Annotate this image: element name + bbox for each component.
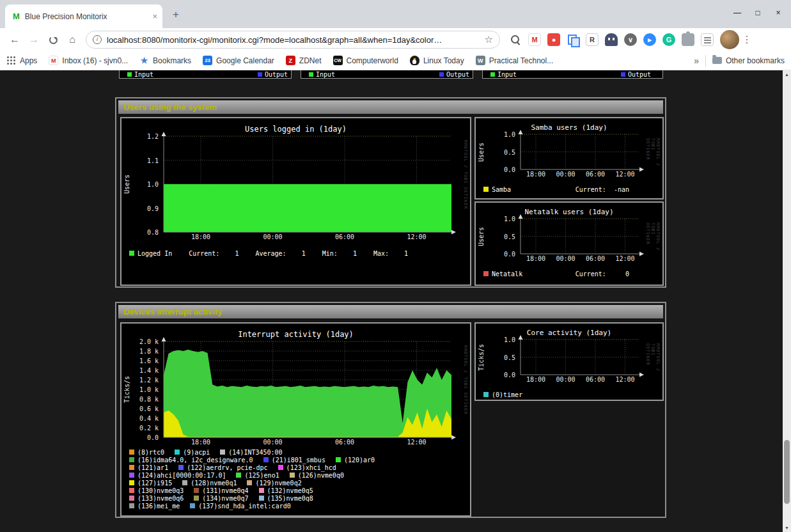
x-tick-label: 00:00 bbox=[552, 255, 578, 262]
legend-swatch bbox=[129, 496, 134, 501]
legend-label: (8)rtc0 bbox=[137, 449, 164, 456]
legend-label: Netatalk bbox=[492, 270, 522, 278]
legend-label: Output bbox=[265, 71, 288, 78]
address-bar[interactable]: i localhost:8080/monitorix-cgi/monitorix… bbox=[86, 31, 500, 49]
legend-swatch bbox=[129, 251, 134, 256]
bookmarks-overflow-chevron[interactable]: » bbox=[694, 56, 699, 66]
grammarly-extension-icon[interactable]: G bbox=[662, 33, 675, 46]
chart-legend: NetatalkCurrent: 0 bbox=[483, 270, 657, 278]
legend-label: Logged In bbox=[137, 250, 172, 257]
scroll-up-arrow[interactable]: ▲ bbox=[783, 70, 791, 79]
legend-swatch bbox=[129, 450, 134, 455]
chart-plot-area bbox=[521, 219, 639, 254]
y-tick-label: 1.0 bbox=[476, 216, 515, 222]
x-tick-label: 12:00 bbox=[612, 255, 638, 262]
copy-pages-extension-icon[interactable] bbox=[567, 33, 579, 46]
playlist-extension-icon[interactable] bbox=[701, 33, 714, 46]
page-scrollbar[interactable]: ▲ ▼ bbox=[783, 70, 791, 532]
bookmark-label: Bookmarks bbox=[153, 56, 191, 65]
zoom-extension-icon[interactable]: ▸ bbox=[643, 33, 656, 46]
back-button[interactable]: ← bbox=[5, 30, 24, 49]
profile-avatar[interactable] bbox=[720, 30, 739, 49]
ghostery-extension-icon[interactable] bbox=[605, 33, 618, 46]
y-tick-label: 1.8 k bbox=[121, 348, 159, 354]
legend-label: Samba bbox=[492, 186, 511, 193]
chrome-menu-icon[interactable]: ⋮ bbox=[739, 34, 755, 45]
x-tick-label: 18:00 bbox=[523, 171, 549, 178]
legend-label: (21)i801_smbus bbox=[272, 457, 325, 464]
legend-label: Output bbox=[446, 71, 469, 78]
legend-item: (135)nvme0q8 bbox=[259, 495, 313, 502]
y-tick-label: 1.6 k bbox=[121, 358, 159, 364]
bookmark-item[interactable]: Apps bbox=[6, 56, 37, 65]
chart-title: Interrupt activity (1day) bbox=[121, 330, 470, 339]
legend-item: Current: 1 bbox=[189, 250, 239, 257]
x-tick-label: 00:00 bbox=[260, 233, 286, 240]
legend-item: (121)ar1 bbox=[129, 464, 168, 471]
bookmark-item[interactable]: 23Google Calendar bbox=[203, 56, 274, 65]
reader-extension-icon[interactable]: R bbox=[586, 33, 599, 46]
bookmark-star-icon[interactable]: ☆ bbox=[485, 34, 493, 45]
x-tick-label: 18:00 bbox=[523, 255, 549, 262]
legend-item: Samba bbox=[483, 186, 511, 193]
bookmark-item[interactable]: WPractical Technol... bbox=[476, 56, 554, 65]
bookmarks-bar: AppsMInbox (16) - sjvn0...★Bookmarks23Go… bbox=[0, 51, 791, 70]
legend-item: (14)INT3450:00 bbox=[220, 449, 282, 456]
legend-swatch bbox=[236, 473, 241, 478]
pin-extension-icon[interactable]: ● bbox=[547, 33, 560, 46]
legend-swatch bbox=[129, 503, 134, 508]
legend-item: (0)timer bbox=[483, 391, 522, 398]
bookmark-item[interactable]: ZZDNet bbox=[286, 56, 322, 65]
legend-row: (0)timer bbox=[483, 391, 657, 398]
gmail-extension-icon[interactable]: M bbox=[528, 33, 541, 46]
window-minimize-button[interactable]: — bbox=[727, 4, 748, 22]
legend-item: (124)ahci[0000:00:17.0] bbox=[129, 472, 226, 479]
extensions-puzzle-icon[interactable] bbox=[682, 33, 694, 46]
forward-button[interactable]: → bbox=[24, 30, 43, 49]
legend-label: (137)snd_hda_intel:card0 bbox=[198, 503, 291, 510]
apps-grid-favicon-icon bbox=[6, 56, 16, 65]
bookmark-item[interactable]: Linux Today bbox=[410, 56, 464, 65]
wordpress-favicon-icon: W bbox=[476, 56, 485, 65]
tab-close-icon[interactable]: × bbox=[152, 12, 157, 21]
bookmark-item[interactable]: CWComputerworld bbox=[333, 56, 398, 65]
x-tick-label: 12:00 bbox=[404, 233, 430, 240]
bookmark-item[interactable]: ★Bookmarks bbox=[139, 56, 191, 65]
legend-label: (121)ar1 bbox=[137, 464, 168, 471]
legend-item: Max: 1 bbox=[373, 250, 408, 257]
legend-swatch bbox=[129, 488, 134, 493]
legend-label: (135)nvme0q8 bbox=[267, 495, 313, 502]
window-maximize-button[interactable]: □ bbox=[748, 4, 768, 22]
legend-swatch bbox=[483, 271, 489, 276]
y-tick-label: 1.0 bbox=[476, 132, 515, 137]
other-bookmarks[interactable]: Other bookmarks bbox=[712, 56, 785, 65]
chart-legend: (0)timer bbox=[483, 391, 657, 398]
bookmark-item[interactable]: MInbox (16) - sjvn0... bbox=[49, 56, 128, 65]
netatalk-users-graph: Netatalk users (1day)Users0.00.51.0RRDTO… bbox=[474, 201, 664, 286]
pocket-extension-icon[interactable]: ∨ bbox=[624, 33, 637, 46]
page-info-icon[interactable]: i bbox=[93, 35, 102, 44]
home-button[interactable]: ⌂ bbox=[63, 30, 82, 49]
bookmarks-right: » Other bookmarks bbox=[694, 55, 785, 66]
search-extension-icon[interactable] bbox=[509, 33, 522, 46]
window-close-button[interactable]: × bbox=[768, 4, 788, 22]
legend-item: Current: 0 bbox=[576, 270, 629, 278]
legend-row: Logged InCurrent: 1Average: 1Min: 1Max: … bbox=[129, 249, 465, 257]
y-tick-label: 0.6 k bbox=[121, 406, 159, 412]
legend-item: (16)idma64.0, i2c_designware.0 bbox=[129, 457, 253, 464]
bookmark-label: ZDNet bbox=[299, 56, 322, 65]
url-text[interactable]: localhost:8080/monitorix-cgi/monitorix.c… bbox=[107, 35, 480, 45]
chart-x-ticks: 18:0000:0006:0012:00 bbox=[476, 375, 662, 383]
new-tab-button[interactable]: + bbox=[169, 8, 183, 22]
scrollbar-thumb[interactable] bbox=[784, 440, 790, 504]
chart-body: Users0.00.51.0RRDTOOL / TOBI OETIKER bbox=[476, 134, 662, 169]
reload-button[interactable] bbox=[43, 30, 63, 49]
active-tab[interactable]: M Blue Precision Monitorix × bbox=[5, 4, 162, 28]
legend-label: (14)INT3450:00 bbox=[228, 449, 282, 456]
scroll-down-arrow[interactable]: ▼ bbox=[783, 524, 791, 532]
bookmark-label: Practical Technol... bbox=[489, 56, 554, 65]
legend-item: Average: 1 bbox=[255, 250, 305, 257]
y-tick-label: 0.5 bbox=[476, 234, 515, 240]
y-tick-label: 1.4 k bbox=[121, 368, 159, 373]
chart-plot-area bbox=[164, 136, 451, 232]
